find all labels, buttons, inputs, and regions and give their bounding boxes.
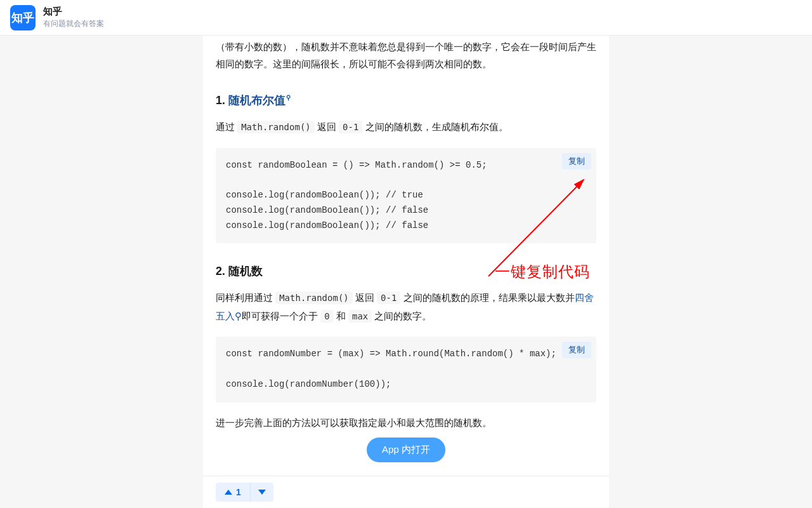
intro-paragraph: （带有小数的数），随机数并不意味着您总是得到一个唯一的数字，它会在一段时间后产生… <box>216 36 596 72</box>
section-2-desc: 同样利用通过 Math.random() 返回 0-1 之间的随机数的原理，结果… <box>216 289 596 325</box>
section-2-title: 随机数 <box>228 265 263 277</box>
code-content: const randomNumber = (max) => Math.round… <box>226 349 556 389</box>
annotation-text: 一键复制代码 <box>495 262 590 282</box>
code-block-2: 复制const randomNumber = (max) => Math.rou… <box>216 337 596 402</box>
inline-code: 0-1 <box>377 291 400 304</box>
triangle-up-icon <box>225 490 232 495</box>
brand-name: 知乎 <box>43 6 104 18</box>
brand-block: 知乎 有问题就会有答案 <box>43 6 104 29</box>
bottom-action-bar: 1 <box>203 476 609 508</box>
vote-count: 1 <box>236 487 241 497</box>
brand-slogan: 有问题就会有答案 <box>43 18 104 29</box>
section-2-tail: 进一步完善上面的方法以可以获取指定最小和最大范围的随机数。 <box>216 414 596 432</box>
code-block-1: 复制const randomBoolean = () => Math.rando… <box>216 148 596 244</box>
zhihu-logo[interactable]: 知乎 <box>10 5 36 30</box>
code-content: const randomBoolean = () => Math.random(… <box>226 160 487 231</box>
section-1-title-link[interactable]: 随机布尔值⚲ <box>228 94 291 107</box>
search-sup-icon: ⚲ <box>235 311 242 321</box>
copy-button[interactable]: 复制 <box>562 342 591 358</box>
inline-code: Math.random() <box>275 291 353 304</box>
triangle-down-icon <box>258 490 266 495</box>
upvote-button[interactable]: 1 <box>216 483 250 502</box>
app-header: 知乎 知乎 有问题就会有答案 <box>0 0 812 36</box>
section-1-heading: 1. 随机布尔值⚲ <box>216 93 596 108</box>
section-2-number: 2. <box>216 265 228 277</box>
vote-group: 1 <box>216 483 273 502</box>
search-sup-icon: ⚲ <box>286 94 291 101</box>
inline-code: max <box>348 310 372 323</box>
section-1-number: 1. <box>216 94 228 107</box>
downvote-button[interactable] <box>250 483 273 502</box>
inline-code: 0 <box>320 310 333 323</box>
open-in-app-button[interactable]: App 内打开 <box>367 438 445 462</box>
inline-code: 0-1 <box>339 121 362 133</box>
section-1-desc: 通过 Math.random() 返回 0-1 之间的随机数，生成随机布尔值。 <box>216 118 596 137</box>
inline-code: Math.random() <box>237 121 315 133</box>
logo-text: 知乎 <box>11 10 34 25</box>
copy-button[interactable]: 复制 <box>562 153 591 170</box>
